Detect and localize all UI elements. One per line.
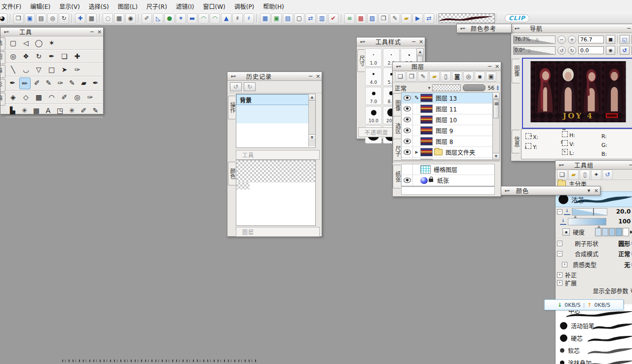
layer-thumbnail[interactable] (420, 115, 433, 124)
history-tab-operations[interactable]: 操作 (228, 96, 235, 119)
image-insert-icon[interactable]: ▦ (31, 105, 41, 116)
image-panel-icon[interactable]: ▣ (271, 13, 282, 24)
pen-holder-icon[interactable]: ✒ (90, 77, 101, 88)
check-panel-icon[interactable]: ✔ (328, 13, 338, 24)
menu-item-filter[interactable]: 滤镜(I) (172, 0, 199, 12)
visibility-eye-icon[interactable] (404, 95, 411, 101)
copy-layer-icon[interactable]: ❐ (407, 72, 417, 82)
canvas-icon[interactable]: ▣ (25, 13, 35, 24)
play-icon[interactable]: ▶ (412, 13, 423, 24)
size-cell[interactable]: 4.0 (365, 68, 382, 86)
lasso-poly-icon[interactable]: ◁ (20, 37, 32, 48)
box3d-icon[interactable]: ◳ (55, 105, 65, 116)
lasso-icon[interactable]: ◌ (103, 13, 113, 24)
opacity-slider[interactable] (463, 84, 485, 91)
zoom-slider-thumb[interactable]: ⌂ (535, 36, 539, 43)
opacity-gradient-slider[interactable] (432, 84, 461, 91)
close-button[interactable]: × (593, 187, 600, 194)
minimize-button[interactable]: − (307, 73, 314, 80)
ruler-icon[interactable]: ▬ (187, 13, 197, 24)
brush-folder-icon[interactable]: ▰ (568, 170, 579, 180)
hardness-level-4[interactable] (616, 228, 622, 236)
brush-size-slider[interactable] (572, 208, 607, 216)
correction-section[interactable]: + 补正 (556, 271, 632, 279)
magnify-icon[interactable]: ◎ (72, 92, 83, 103)
minimize-button[interactable]: − (625, 25, 632, 32)
tree-collapse-icon[interactable]: − (557, 251, 562, 256)
app-icon[interactable]: ◕ (0, 13, 7, 24)
hardness-level-2[interactable] (602, 228, 608, 236)
anchor-edit-icon[interactable]: ✑ (72, 64, 83, 75)
zoom-page-icon[interactable]: ◎ (47, 13, 58, 24)
panel-menu-icon[interactable]: ▸≡ (457, 26, 469, 31)
tree-expand-icon[interactable]: + (562, 262, 567, 267)
visibility-eye-icon[interactable] (404, 139, 411, 144)
brush-trash-icon[interactable]: ▯ (580, 170, 590, 180)
layer-row[interactable]: 图层 9 (402, 125, 494, 136)
rect-tool-icon[interactable]: □ (46, 64, 57, 75)
tools-tab-select[interactable]: 选 (0, 37, 5, 50)
undo-button[interactable]: ↺ (230, 82, 242, 91)
layer-row[interactable]: 图层 8 (402, 136, 494, 147)
stamp-icon[interactable]: ▙ (7, 105, 18, 116)
move-tool-icon[interactable]: ✚ (72, 51, 83, 62)
grid-view-icon[interactable]: ▦ (114, 13, 124, 24)
ruler-pen-icon[interactable]: ✐ (78, 105, 89, 116)
fit-window-button[interactable]: ◱ (620, 35, 630, 44)
hardness-level-1[interactable] (595, 228, 601, 236)
new-brush-icon[interactable]: ❏ (557, 170, 567, 180)
transfer-icon[interactable]: ⇄ (305, 13, 316, 24)
size-cell[interactable]: 10.0 (365, 106, 382, 124)
lock-layer-icon[interactable]: ▪ (475, 72, 485, 82)
history-tab-color[interactable]: 颜色 (228, 162, 235, 185)
panel-menu-icon[interactable]: ▸≡ (501, 188, 513, 193)
tools-tab-edit[interactable]: 编 (0, 93, 5, 106)
zoom-out-button[interactable]: − (558, 36, 566, 44)
brush-row[interactable]: 活动铅笔 (556, 320, 632, 332)
flat-brush-icon[interactable]: ✎ (67, 77, 77, 88)
layers-tab-selection[interactable]: 选区 (393, 116, 401, 141)
brush-row[interactable]: 硬芯 (556, 332, 632, 345)
menu-item-palette[interactable]: 调板(P) (230, 0, 259, 12)
scroll-thumb[interactable]: ≡ (493, 100, 499, 118)
mask-arrow-icon[interactable]: ◎ (463, 72, 474, 82)
gradient-icon[interactable]: ▩ (33, 92, 44, 103)
layer-row[interactable]: 图层 11 (402, 104, 494, 114)
hardness-more-icon[interactable]: ▶ (630, 229, 632, 234)
scroll-down-button[interactable]: ▼ (493, 153, 499, 159)
polyline-tool-icon[interactable]: ▽ (33, 64, 44, 75)
menu-item-window[interactable]: 窗口(W) (198, 0, 229, 12)
reset-brush-icon[interactable]: ↺ (602, 170, 613, 180)
brush-icon[interactable]: ✎ (43, 77, 54, 88)
folder-expand-icon[interactable]: ▶ (413, 150, 420, 154)
mask-icon[interactable]: ◙ (452, 72, 462, 82)
columns-panel-icon[interactable]: ▥ (317, 13, 327, 24)
brush-row[interactable]: 涂抹叠加 (556, 357, 632, 364)
opacity-spinner[interactable]: ▲▼ (496, 85, 499, 91)
extend-section[interactable]: + 扩展 (556, 279, 632, 287)
rotate-left-button[interactable]: ↺ (558, 46, 566, 55)
navigator-icon[interactable]: ✚ (75, 13, 85, 24)
blend-mode-select[interactable]: 正常 (395, 84, 407, 92)
curve-tool-icon[interactable]: ◡ (20, 64, 32, 75)
layers-tab-image[interactable]: 图像 (393, 93, 401, 118)
triangle-ruler-icon[interactable]: ◺ (153, 13, 163, 24)
visibility-eye-icon[interactable] (404, 117, 411, 122)
layers-tab-paper[interactable]: 纸张 (393, 165, 401, 188)
hardness-btn-icon[interactable]: ▪ (562, 228, 570, 236)
panel-menu-icon[interactable]: ▸≡ (511, 26, 523, 31)
tools-tab-draw[interactable]: 描 (0, 65, 5, 78)
pressure-size-icon[interactable]: ↓ (564, 208, 570, 215)
splitter[interactable] (394, 160, 500, 163)
angle-slider[interactable]: 0.0° ⌂ (513, 46, 556, 55)
visibility-eye-icon[interactable] (404, 149, 411, 155)
rotate-view-icon[interactable]: ↻ (33, 51, 44, 62)
menu-item-ruler[interactable]: 尺子(R) (142, 0, 172, 12)
panel-layout-icon[interactable]: ▤ (36, 13, 46, 24)
curve-ruler2-icon[interactable]: ◠ (210, 13, 220, 24)
wrench-icon[interactable]: ✦ (591, 170, 601, 180)
window-icon[interactable]: ❒ (13, 13, 24, 24)
hand-tool-icon[interactable]: ❖ (20, 51, 32, 62)
object-select-icon[interactable]: ➤ (59, 64, 70, 75)
brush-opacity-slider[interactable] (568, 218, 606, 225)
